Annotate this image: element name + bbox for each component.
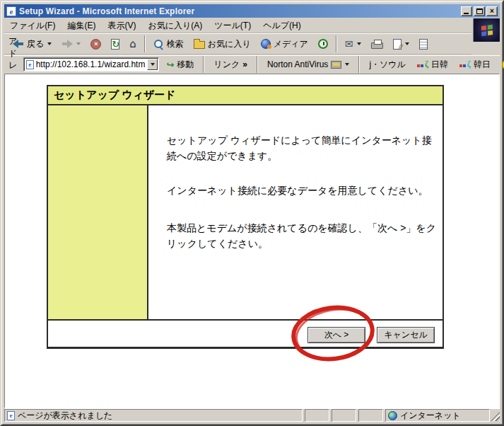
home-button[interactable]: ⌂ [125,35,141,53]
address-input[interactable]: http://102.168.1.1/wizard.htm [36,59,146,69]
menu-favorites[interactable]: お気に入り(A) [148,20,202,32]
minimize-button[interactable] [461,6,472,16]
close-button[interactable]: × [486,6,498,16]
ko-to-ja-label: 韓日 [474,59,491,71]
norton-icon [331,61,341,69]
zone-label: インターネット [400,410,461,422]
stop-icon: × [90,39,101,50]
go-arrow-icon: ↪ [166,60,174,69]
next-button[interactable]: 次へ > [307,327,365,343]
media-label: メディア [274,38,308,50]
ko-to-ja-icon: ζ [459,59,471,69]
wizard-footer: 次へ > キャンセル [48,319,443,347]
wizard-paragraph: インターネット接続に必要なデータを用意してください。 [167,183,437,198]
title-bar: e Setup Wizard - Microsoft Internet Expl… [4,4,500,18]
history-clock-icon [318,39,328,49]
maximize-button[interactable] [474,6,485,16]
address-separator [203,56,204,73]
translator-button[interactable]: j・ソウル [365,55,410,74]
maximize-icon [476,8,483,14]
ie-logo-icon: e [6,6,16,16]
stop-button[interactable]: × [86,35,105,53]
media-button[interactable]: メディア [257,35,312,53]
resize-grip[interactable] [491,412,500,421]
wizard-body: セットアップ ウィザードによって簡単にインターネット接続への設定ができます。 イ… [48,105,443,319]
menu-file[interactable]: ファイル(F) [10,20,55,32]
translator-label: j・ソウル [369,59,406,71]
norton-antivirus-button[interactable]: Norton AntiVirus [263,55,354,74]
back-dropdown-icon[interactable] [47,42,52,45]
page-doc-icon: e [26,60,34,69]
search-icon [153,39,164,50]
ja-to-ko-label: 日韓 [431,59,448,71]
status-message: ページが表示されました [18,410,112,422]
discuss-icon [419,39,428,50]
wizard-text-area: セットアップ ウィザードによって簡単にインターネット接続への設定ができます。 イ… [148,105,443,319]
wizard-sidebar [48,105,148,319]
status-message-pane: e ページが表示されました [4,409,303,422]
ja-to-ko-button[interactable]: ζ 日韓 [413,55,452,74]
back-label: 戻る [27,38,44,50]
forward-button[interactable] [57,35,85,53]
menu-view[interactable]: 表示(V) [107,20,136,32]
favorites-button[interactable]: お気に入り [189,35,255,53]
discuss-button[interactable] [415,35,432,53]
menu-help[interactable]: ヘルプ(H) [263,20,301,32]
search-label: 検索 [167,38,184,50]
refresh-button[interactable]: ↻ [107,35,124,53]
favorites-label: お気に入り [208,38,251,50]
address-field[interactable]: e http://102.168.1.1/wizard.htm [23,57,160,71]
forward-dropdown-icon[interactable] [76,42,81,45]
edit-icon [393,39,402,50]
chevron-down-icon [151,63,155,66]
status-bar: e ページが表示されました インターネット [4,408,500,422]
address-separator [358,56,360,73]
edit-dropdown-icon[interactable] [405,42,409,45]
status-page-icon: e [7,411,15,420]
links-chevron-icon[interactable]: » [242,59,247,69]
refresh-icon: ↻ [111,39,119,50]
ko-to-ja-button[interactable]: ζ 韓日 [455,55,495,74]
toolbar-separator [144,35,146,52]
links-label: リンク [213,59,240,71]
ja-to-ko-icon: ζ [417,59,428,69]
wizard-paragraph: 本製品とモデムが接続されてるのを確認し、「次へ >」をクリックしてください。 [167,220,437,251]
windows-logo-icon [481,24,492,35]
status-pane [332,409,356,422]
security-zone-pane: インターネット [385,409,490,422]
mail-button[interactable]: ✉ [341,35,365,53]
status-pane [305,409,329,422]
mail-icon: ✉ [345,39,353,49]
address-bar: アドレス(D) e http://102.168.1.1/wizard.htm … [4,55,500,73]
toolbar-separator [336,35,337,52]
go-button[interactable]: ↪ 移動 [162,55,198,74]
search-button[interactable]: 検索 [149,35,188,53]
status-pane [358,409,383,422]
print-button[interactable] [367,35,387,53]
throbber [473,18,500,42]
cancel-button[interactable]: キャンセル [377,327,435,343]
minimize-icon [464,13,469,14]
home-icon: ⌂ [129,39,136,50]
menu-bar: ファイル(F) 編集(E) 表示(V) お気に入り(A) ツール(T) ヘルプ(… [4,18,471,33]
media-icon [261,39,271,49]
links-toolbar[interactable]: リンク » [209,55,252,74]
menu-tools[interactable]: ツール(T) [214,20,251,32]
menu-edit[interactable]: 編集(E) [67,20,95,32]
norton-dropdown-icon[interactable] [345,63,349,66]
mail-dropdown-icon[interactable] [357,42,361,45]
forward-icon [61,40,73,48]
address-separator [257,56,258,73]
setup-wizard-panel: セットアップ ウィザード セットアップ ウィザードによって簡単にインターネット接… [47,85,444,349]
internet-globe-icon [388,411,397,420]
favorites-folder-icon [194,41,205,49]
edit-button[interactable] [389,35,414,53]
window-title: Setup Wizard - Microsoft Internet Explor… [19,6,461,16]
wizard-header: セットアップ ウィザード [48,86,443,105]
history-button[interactable] [314,35,332,53]
address-dropdown-button[interactable] [147,59,158,70]
standard-toolbar: 戻る × ↻ ⌂ 検索 お気に入り メディア [4,33,471,54]
wizard-title: セットアップ ウィザード [54,88,176,102]
browser-viewport: セットアップ ウィザード セットアップ ウィザードによって簡単にインターネット接… [4,74,500,409]
translator-help-button[interactable]: ? ヘルプ [498,55,504,74]
